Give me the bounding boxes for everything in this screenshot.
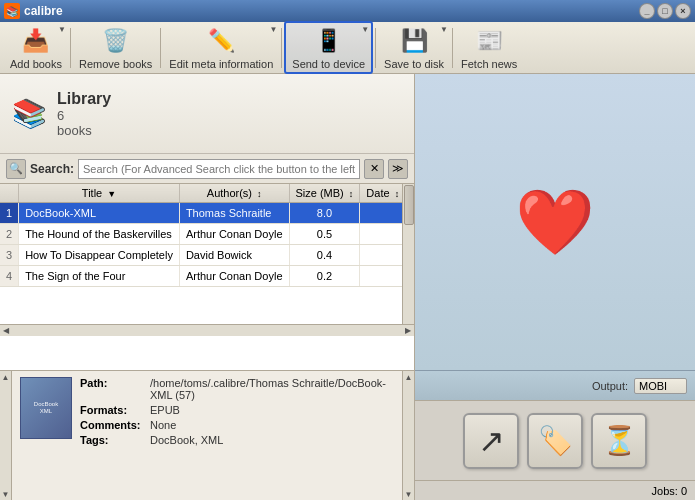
formats-value: EPUB <box>150 404 180 416</box>
row-size-4: 0.2 <box>289 266 360 287</box>
remove-books-icon: 🗑️ <box>100 25 132 57</box>
row-size-3: 0.4 <box>289 245 360 266</box>
author-sort-icon: ↕ <box>257 189 262 199</box>
detail-fields: Path: /home/toms/.calibre/Thomas Schrait… <box>80 377 394 449</box>
edit-meta-dropdown[interactable]: ▼ <box>269 25 277 34</box>
detail-scroll-right-down[interactable]: ▼ <box>403 488 414 500</box>
output-label: Output: <box>592 380 628 392</box>
output-select[interactable]: MOBI EPUB PDF AZW3 TXT <box>634 378 687 394</box>
scroll-right-button[interactable]: ▶ <box>402 325 414 337</box>
date-sort-icon: ↕ <box>395 189 400 199</box>
title-sort-icon: ▼ <box>107 189 116 199</box>
detail-tags: Tags: DocBook, XML <box>80 434 394 446</box>
save-disk-button[interactable]: 💾 Save to disk ▼ <box>378 23 450 72</box>
row-author-2: Arthur Conan Doyle <box>179 224 289 245</box>
detail-comments: Comments: None <box>80 419 394 431</box>
search-label: Search: <box>30 162 74 176</box>
detail-scroll-right: ▲ ▼ <box>402 371 414 500</box>
col-header-author[interactable]: Author(s) ↕ <box>179 184 289 203</box>
row-date-1 <box>360 203 406 224</box>
edit-meta-label: Edit meta information <box>169 58 273 70</box>
action-buttons-panel: ↗ 🏷️ ⏳ <box>415 400 695 480</box>
scrollbar-track <box>12 325 402 337</box>
remove-books-button[interactable]: 🗑️ Remove books <box>73 23 158 72</box>
book-detail-panel: ▲ ▼ DocBookXML Path: /home/toms/.calibre… <box>0 370 414 500</box>
fetch-news-icon: 📰 <box>473 25 505 57</box>
row-num-3: 3 <box>0 245 19 266</box>
detail-formats: Formats: EPUB <box>80 404 394 416</box>
library-icon: 📚 <box>12 97 47 130</box>
left-panel: 📚 Library 6 books 🔍 Search: ✕ ≫ <box>0 74 415 500</box>
send-device-button[interactable]: 📱 Send to device ▼ <box>284 21 373 74</box>
save-disk-dropdown[interactable]: ▼ <box>440 25 448 34</box>
book-cover-thumbnail: DocBookXML <box>20 377 72 439</box>
table-wrapper: Title ▼ Author(s) ↕ Size (MB) ↕ Date ↕ <box>0 184 414 324</box>
output-select-wrapper: MOBI EPUB PDF AZW3 TXT <box>634 378 687 394</box>
status-bar: Jobs: 0 <box>415 480 695 500</box>
row-title-1: DocBook-XML <box>19 203 180 224</box>
edit-meta-button[interactable]: ✏️ Edit meta information ▼ <box>163 23 279 72</box>
scroll-left-button[interactable]: ◀ <box>0 325 12 337</box>
detail-content: DocBookXML Path: /home/toms/.calibre/Tho… <box>12 371 402 500</box>
main-content: 📚 Library 6 books 🔍 Search: ✕ ≫ <box>0 74 695 500</box>
search-clear-button[interactable]: ✕ <box>364 159 384 179</box>
maximize-button[interactable]: □ <box>657 3 673 19</box>
detail-body: DocBookXML Path: /home/toms/.calibre/Tho… <box>20 377 394 449</box>
app-title: calibre <box>24 4 639 18</box>
advanced-search-button[interactable]: 🔍 <box>6 159 26 179</box>
col-header-date[interactable]: Date ↕ <box>360 184 406 203</box>
row-date-3 <box>360 245 406 266</box>
search-expand-button[interactable]: ≫ <box>388 159 408 179</box>
scrollbar-thumb[interactable] <box>404 185 414 225</box>
row-author-3: David Bowick <box>179 245 289 266</box>
detail-scroll-right-up[interactable]: ▲ <box>403 371 414 383</box>
add-books-button[interactable]: 📥 Add books ▼ <box>4 23 68 72</box>
tags-label: Tags: <box>80 434 150 446</box>
detail-scroll-up-button[interactable]: ▲ <box>0 371 11 383</box>
remove-books-label: Remove books <box>79 58 152 70</box>
detail-scroll-down-button[interactable]: ▼ <box>0 488 11 500</box>
minimize-button[interactable]: _ <box>639 3 655 19</box>
detail-scroll-up: ▲ ▼ <box>0 371 12 500</box>
titlebar: 📚 calibre _ □ × <box>0 0 695 22</box>
col-header-num <box>0 184 19 203</box>
library-unit: books <box>57 123 111 138</box>
table-row[interactable]: 3 How To Disappear Completely David Bowi… <box>0 245 414 266</box>
row-size-1: 8.0 <box>289 203 360 224</box>
horizontal-scrollbar[interactable]: ◀ ▶ <box>0 324 414 336</box>
search-bar: 🔍 Search: ✕ ≫ <box>0 154 414 184</box>
row-title-3: How To Disappear Completely <box>19 245 180 266</box>
add-books-label: Add books <box>10 58 62 70</box>
tag-button[interactable]: 🏷️ <box>527 413 583 469</box>
send-device-dropdown[interactable]: ▼ <box>361 25 369 34</box>
save-disk-label: Save to disk <box>384 58 444 70</box>
col-header-size[interactable]: Size (MB) ↕ <box>289 184 360 203</box>
library-info: 📚 Library 6 books <box>0 74 414 154</box>
add-books-dropdown[interactable]: ▼ <box>58 25 66 34</box>
close-button[interactable]: × <box>675 3 691 19</box>
vertical-scrollbar[interactable] <box>402 184 414 324</box>
formats-label: Formats: <box>80 404 150 416</box>
toolbar-sep-2 <box>160 28 161 68</box>
send-device-label: Send to device <box>292 58 365 70</box>
heart-area: ❤️ <box>415 74 695 370</box>
calibre-heart-logo: ❤️ <box>515 190 595 254</box>
row-author-4: Arthur Conan Doyle <box>179 266 289 287</box>
row-size-2: 0.5 <box>289 224 360 245</box>
output-section: Output: MOBI EPUB PDF AZW3 TXT <box>415 370 695 400</box>
row-num-4: 4 <box>0 266 19 287</box>
table-row[interactable]: 2 The Hound of the Baskervilles Arthur C… <box>0 224 414 245</box>
table-row[interactable]: 1 DocBook-XML Thomas Schraitle 8.0 <box>0 203 414 224</box>
detail-path: Path: /home/toms/.calibre/Thomas Schrait… <box>80 377 394 401</box>
col-header-title[interactable]: Title ▼ <box>19 184 180 203</box>
fetch-news-label: Fetch news <box>461 58 517 70</box>
send-arrow-button[interactable]: ↗ <box>463 413 519 469</box>
row-author-1: Thomas Schraitle <box>179 203 289 224</box>
jobs-label: Jobs: 0 <box>652 485 687 497</box>
table-row[interactable]: 4 The Sign of the Four Arthur Conan Doyl… <box>0 266 414 287</box>
jobs-button[interactable]: ⏳ <box>591 413 647 469</box>
fetch-news-button[interactable]: 📰 Fetch news <box>455 23 523 72</box>
book-table-container: Title ▼ Author(s) ↕ Size (MB) ↕ Date ↕ <box>0 184 414 370</box>
book-table: Title ▼ Author(s) ↕ Size (MB) ↕ Date ↕ <box>0 184 414 287</box>
search-input[interactable] <box>78 159 360 179</box>
